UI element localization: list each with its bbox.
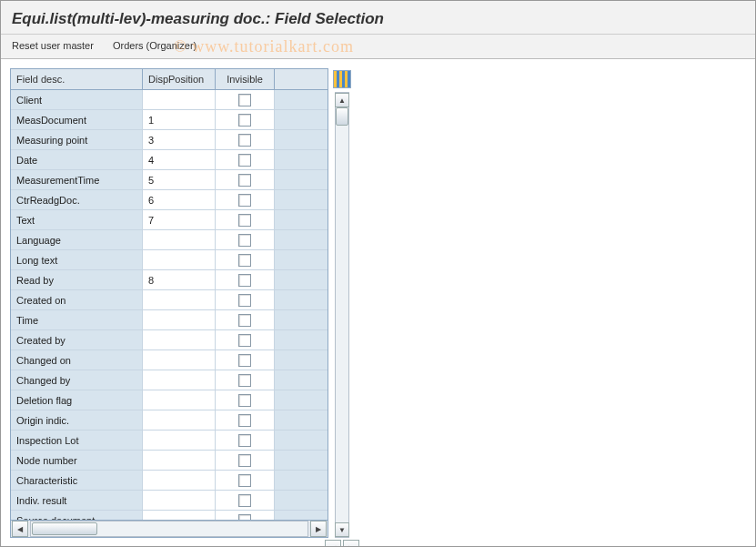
cell-invisible[interactable] bbox=[216, 210, 275, 229]
table-row[interactable]: MeasDocument1 bbox=[11, 110, 328, 130]
cell-disp-position[interactable]: 4 bbox=[143, 150, 216, 169]
cell-field-desc[interactable]: Origin indic. bbox=[11, 410, 143, 430]
cell-field-desc[interactable]: CtrReadgDoc. bbox=[11, 190, 143, 209]
table-row[interactable]: Client bbox=[11, 90, 328, 110]
cell-disp-position[interactable] bbox=[143, 390, 216, 410]
table-row[interactable]: Changed on bbox=[11, 350, 328, 370]
cell-disp-position[interactable] bbox=[143, 451, 216, 470]
table-row[interactable]: MeasurementTime5 bbox=[11, 170, 328, 190]
cell-disp-position[interactable]: 5 bbox=[143, 170, 216, 189]
orders-organizer-button[interactable]: Orders (Organizer) bbox=[113, 40, 197, 51]
cell-invisible[interactable] bbox=[216, 330, 275, 349]
cell-invisible[interactable] bbox=[216, 270, 275, 289]
cell-disp-position[interactable]: 7 bbox=[143, 210, 216, 229]
cell-disp-position[interactable] bbox=[143, 90, 216, 109]
cell-invisible[interactable] bbox=[216, 370, 275, 390]
table-row[interactable]: Indiv. result bbox=[11, 491, 328, 511]
cell-invisible[interactable] bbox=[216, 451, 275, 470]
checkbox[interactable] bbox=[238, 394, 251, 407]
table-row[interactable]: Measuring point3 bbox=[11, 130, 328, 150]
cell-invisible[interactable] bbox=[216, 290, 275, 309]
table-row[interactable]: Language bbox=[11, 230, 328, 250]
cell-invisible[interactable] bbox=[216, 110, 275, 129]
table-row[interactable]: Changed by bbox=[11, 370, 328, 390]
scroll-up-icon[interactable]: ▲ bbox=[335, 93, 349, 107]
checkbox[interactable] bbox=[238, 254, 251, 267]
scroll-thumb[interactable] bbox=[32, 522, 97, 535]
checkbox[interactable] bbox=[238, 174, 251, 187]
scroll-right-icon[interactable]: ▶ bbox=[310, 521, 327, 537]
vertical-scrollbar[interactable]: ▲ ▼ bbox=[335, 92, 349, 538]
cell-field-desc[interactable]: Deletion flag bbox=[11, 390, 143, 410]
cell-disp-position[interactable] bbox=[143, 330, 216, 349]
checkbox[interactable] bbox=[238, 114, 251, 127]
checkbox[interactable] bbox=[238, 134, 251, 147]
checkbox[interactable] bbox=[238, 454, 251, 467]
table-row[interactable]: Long text bbox=[11, 250, 328, 270]
cell-invisible[interactable] bbox=[216, 170, 275, 189]
scroll-track[interactable] bbox=[30, 521, 308, 537]
cell-invisible[interactable] bbox=[216, 250, 275, 269]
checkbox[interactable] bbox=[238, 234, 251, 247]
cell-field-desc[interactable]: Characteristic bbox=[11, 471, 143, 490]
cell-disp-position[interactable] bbox=[143, 310, 216, 329]
table-row[interactable]: Source document bbox=[11, 511, 328, 520]
cell-disp-position[interactable] bbox=[143, 431, 216, 450]
cell-invisible[interactable] bbox=[216, 390, 275, 410]
cell-disp-position[interactable]: 1 bbox=[143, 110, 216, 129]
vscroll-thumb[interactable] bbox=[336, 107, 348, 126]
scroll-down-icon[interactable]: ▼ bbox=[335, 522, 349, 537]
checkbox[interactable] bbox=[238, 274, 251, 287]
checkbox[interactable] bbox=[238, 194, 251, 207]
cell-disp-position[interactable] bbox=[143, 491, 216, 510]
cell-field-desc[interactable]: Measuring point bbox=[11, 130, 143, 149]
scroll-left-icon[interactable]: ◀ bbox=[325, 540, 341, 547]
cell-invisible[interactable] bbox=[216, 410, 275, 430]
table-row[interactable]: CtrReadgDoc.6 bbox=[11, 190, 328, 210]
checkbox[interactable] bbox=[238, 354, 251, 367]
cell-field-desc[interactable]: Changed on bbox=[11, 350, 143, 370]
cell-field-desc[interactable]: Client bbox=[11, 90, 143, 109]
cell-disp-position[interactable] bbox=[143, 511, 216, 520]
cell-disp-position[interactable]: 3 bbox=[143, 130, 216, 149]
scroll-right-icon[interactable]: ▶ bbox=[343, 540, 359, 547]
scroll-left-icon[interactable]: ◀ bbox=[12, 521, 28, 537]
cell-invisible[interactable] bbox=[216, 190, 275, 209]
cell-field-desc[interactable]: Indiv. result bbox=[11, 491, 143, 510]
cell-invisible[interactable] bbox=[216, 90, 275, 109]
cell-invisible[interactable] bbox=[216, 471, 275, 490]
table-row[interactable]: Created by bbox=[11, 330, 328, 350]
cell-invisible[interactable] bbox=[216, 130, 275, 149]
table-row[interactable]: Origin indic. bbox=[11, 410, 328, 431]
cell-field-desc[interactable]: Changed by bbox=[11, 370, 143, 390]
column-header-desc[interactable]: Field desc. bbox=[11, 69, 143, 89]
table-row[interactable]: Node number bbox=[11, 451, 328, 471]
table-settings-icon[interactable] bbox=[333, 70, 351, 88]
cell-invisible[interactable] bbox=[216, 491, 275, 510]
checkbox[interactable] bbox=[238, 434, 251, 447]
table-row[interactable]: Time bbox=[11, 310, 328, 330]
column-header-position[interactable]: DispPosition bbox=[143, 69, 216, 89]
cell-disp-position[interactable]: 8 bbox=[143, 270, 216, 289]
table-row[interactable]: Inspection Lot bbox=[11, 431, 328, 451]
cell-field-desc[interactable]: Read by bbox=[11, 270, 143, 289]
cell-disp-position[interactable]: 6 bbox=[143, 190, 216, 209]
cell-field-desc[interactable]: Date bbox=[11, 150, 143, 169]
table-row[interactable]: Read by8 bbox=[11, 270, 328, 290]
cell-field-desc[interactable]: MeasDocument bbox=[11, 110, 143, 129]
checkbox[interactable] bbox=[238, 214, 251, 227]
checkbox[interactable] bbox=[238, 414, 251, 427]
cell-field-desc[interactable]: Created on bbox=[11, 290, 143, 309]
table-row[interactable]: Characteristic bbox=[11, 471, 328, 491]
cell-disp-position[interactable] bbox=[143, 250, 216, 269]
cell-invisible[interactable] bbox=[216, 431, 275, 450]
table-row[interactable]: Created on bbox=[11, 290, 328, 310]
cell-disp-position[interactable] bbox=[143, 370, 216, 390]
cell-field-desc[interactable]: Created by bbox=[11, 330, 143, 349]
column-header-invisible[interactable]: Invisible bbox=[216, 69, 275, 89]
checkbox[interactable] bbox=[238, 474, 251, 487]
cell-field-desc[interactable]: Language bbox=[11, 230, 143, 249]
cell-field-desc[interactable]: Text bbox=[11, 210, 143, 229]
checkbox[interactable] bbox=[238, 94, 251, 106]
vscroll-track[interactable] bbox=[336, 107, 348, 522]
